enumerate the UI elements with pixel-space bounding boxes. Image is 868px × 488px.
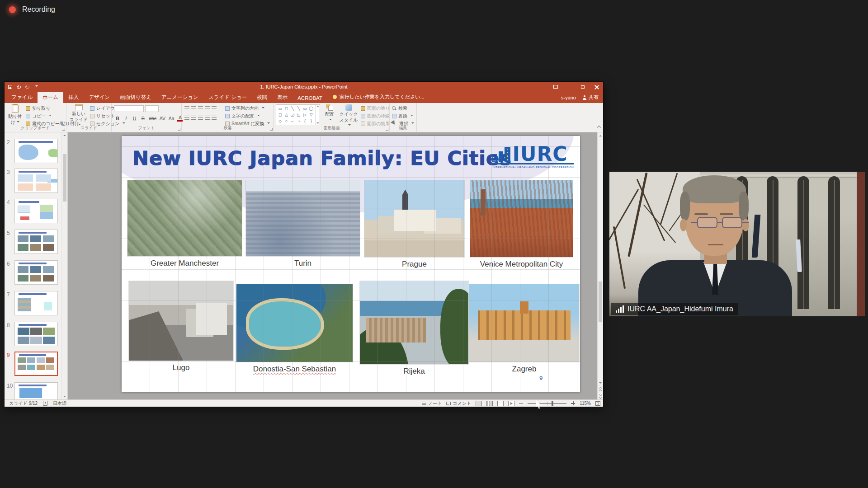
notes-button[interactable]: ノート (422, 400, 442, 407)
thumbnail-slide-8[interactable]: 8 (14, 322, 58, 346)
photo-rijeka[interactable] (360, 281, 468, 364)
tab-insert[interactable]: 挿入 (63, 92, 84, 103)
shape-curve-icon[interactable]: ~ (297, 119, 300, 123)
thumbnail-image[interactable] (14, 169, 58, 193)
city-caption[interactable]: Zagreb (469, 365, 579, 374)
tell-me-box[interactable]: 実行したい作業を入力してください... (333, 94, 425, 103)
shapes-gallery-scrollbar[interactable] (315, 105, 320, 125)
shape-line-icon[interactable]: ╲ (291, 106, 293, 111)
participant-video-tile[interactable]: IURC AA_Japan_Hidefumi Imura (609, 172, 865, 316)
paste-button[interactable]: 貼り付け (6, 104, 24, 125)
city-figure-greater-manchester[interactable]: Greater Manchester (127, 180, 242, 268)
shape-brace-left-icon[interactable]: { (304, 119, 306, 123)
tab-animations[interactable]: アニメーション (156, 92, 203, 103)
collapse-ribbon-button[interactable] (598, 125, 600, 130)
shape-arrow-down-icon[interactable]: ▽ (310, 113, 313, 117)
thumbnail-image[interactable] (14, 322, 58, 346)
shadow-button[interactable]: S (140, 116, 146, 121)
photo-greater-manchester[interactable] (127, 180, 242, 256)
city-caption[interactable]: Prague (364, 260, 464, 269)
shape-triangle-icon[interactable]: △ (285, 113, 288, 117)
close-button[interactable] (590, 82, 603, 92)
minimize-button[interactable] (562, 82, 576, 92)
photo-turin[interactable] (246, 180, 360, 256)
tab-transitions[interactable]: 画面切り替え (115, 92, 156, 103)
justify-icon[interactable] (205, 116, 210, 120)
city-figure-prague[interactable]: Prague (364, 180, 464, 269)
photo-donostia-san-sebastian[interactable] (236, 284, 353, 362)
city-figure-zagreb[interactable]: Zagreb (469, 284, 579, 374)
paragraph-dialog-launcher[interactable] (270, 128, 273, 131)
text-direction-button[interactable]: 文字列の方向 (225, 105, 270, 112)
thumbnail-slide-6[interactable]: 6 (14, 260, 58, 285)
slide-canvas[interactable]: New IURC Japan Family: EU Cities IURC IN… (68, 132, 597, 399)
tab-review[interactable]: 校閲 (252, 92, 272, 103)
drawing-dialog-launcher[interactable] (386, 128, 388, 131)
city-figure-turin[interactable]: Turin (246, 180, 360, 268)
accessibility-icon[interactable] (43, 401, 47, 406)
clipboard-dialog-launcher[interactable] (62, 128, 65, 131)
align-left-icon[interactable] (184, 116, 189, 120)
city-caption[interactable]: Greater Manchester (127, 259, 242, 268)
shape-brace-right-icon[interactable]: } (311, 119, 312, 123)
fit-slide-to-window-button[interactable] (595, 401, 600, 406)
italic-button[interactable]: I (123, 116, 129, 121)
align-center-icon[interactable] (191, 116, 196, 120)
shapes-gallery[interactable]: ▭ ◻ ╲ ╲ ▭ ◯ ◻ △ ◿ ◺ ▷ ▽ ◇ ○ ⌐ ~ { (276, 104, 320, 125)
font-dialog-launcher[interactable] (178, 128, 180, 131)
scrollbar-thumb[interactable] (599, 282, 602, 322)
thumbnail-slide-4[interactable]: 4 (14, 199, 58, 223)
shape-arrow-right-icon[interactable]: ▷ (303, 113, 307, 117)
account-name[interactable]: s-yano (561, 95, 576, 100)
thumbnail-image[interactable] (14, 139, 58, 163)
previous-slide-button[interactable] (598, 386, 603, 393)
numbering-icon[interactable] (191, 106, 196, 110)
photo-zagreb[interactable] (469, 284, 579, 362)
thumbnail-slide-5[interactable]: 5 (14, 230, 58, 254)
find-button[interactable]: 検索 (392, 105, 414, 112)
thumbnail-image[interactable] (14, 352, 58, 376)
ribbon-display-options-button[interactable] (549, 82, 562, 92)
iurc-logo[interactable]: IURC INTERNATIONAL URBAN AND REGIONAL CO… (492, 146, 574, 169)
city-figure-lugo[interactable]: Lugo (129, 281, 233, 372)
character-spacing-button[interactable]: AV (160, 116, 165, 121)
share-button[interactable]: 共有 (582, 94, 599, 101)
main-scrollbar[interactable] (597, 132, 603, 399)
bullets-icon[interactable] (184, 106, 189, 110)
city-figure-rijeka[interactable]: Rijeka (360, 281, 468, 376)
photo-lugo[interactable] (129, 281, 233, 361)
thumbnail-image[interactable] (14, 260, 58, 285)
tab-view[interactable]: 表示 (272, 92, 292, 103)
tab-home[interactable]: ホーム (38, 92, 63, 103)
title-bar[interactable]: 1. IURC-Japan Cities.pptx - PowerPoint (5, 82, 603, 92)
thumbnail-image[interactable] (14, 291, 58, 315)
city-caption[interactable]: Rijeka (360, 367, 468, 376)
language-indicator[interactable]: 日本語 (53, 400, 66, 407)
underline-button[interactable]: U (132, 116, 137, 121)
city-figure-venice[interactable]: Venice Metropolitan City (470, 180, 573, 269)
arrange-button[interactable]: 配置 (322, 104, 337, 123)
strikethrough-button[interactable]: abc (149, 116, 156, 121)
shape-rectangle-icon[interactable]: ▭ (303, 106, 307, 111)
city-caption[interactable]: Venice Metropolitan City (470, 260, 573, 269)
slideshow-view-button[interactable] (508, 401, 514, 406)
shape-textbox2-icon[interactable]: ◻ (285, 106, 288, 111)
thumbnail-image[interactable] (14, 382, 58, 399)
maximize-button[interactable] (576, 82, 590, 92)
new-slide-button[interactable]: 新しい スライド (69, 104, 89, 128)
line-spacing-icon[interactable] (212, 106, 217, 110)
change-case-button[interactable]: Aa (169, 116, 175, 121)
scroll-up-button[interactable] (598, 132, 603, 139)
thumbnail-image[interactable] (14, 230, 58, 254)
align-right-icon[interactable] (198, 116, 203, 120)
city-caption[interactable]: Lugo (129, 363, 233, 372)
city-caption[interactable]: Donostia-San Sebastian (236, 365, 353, 374)
slide-title[interactable]: New IURC Japan Family: EU Cities (132, 147, 512, 169)
thumbnail-slide-3[interactable]: 3 (14, 169, 58, 193)
zoom-percentage[interactable]: 115% (580, 401, 591, 406)
thumbnail-slide-2[interactable]: 2 (14, 139, 58, 163)
shape-oval-icon[interactable]: ◯ (309, 106, 313, 111)
shape-outline-button[interactable]: 図形の枠線 (361, 113, 389, 119)
zoom-out-button[interactable] (519, 403, 523, 404)
increase-indent-icon[interactable] (205, 106, 210, 110)
